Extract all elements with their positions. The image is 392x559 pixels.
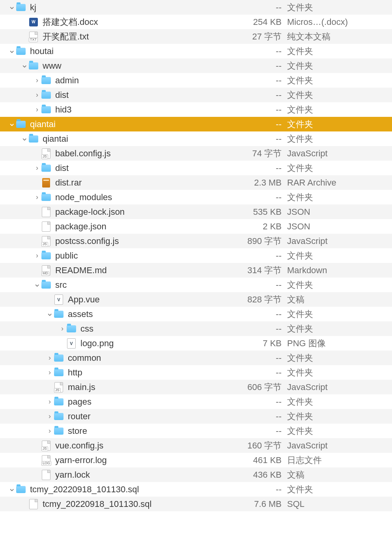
disclosure-down-icon[interactable]: ⌄ [46, 308, 54, 318]
file-size: 436 KB [234, 470, 287, 480]
file-row[interactable]: ›router--文件夹 [0, 409, 392, 424]
file-kind: 文件夹 [287, 323, 392, 335]
file-kind: PNG 图像 [287, 338, 392, 349]
file-name: tcmy_20220918_101130.sql [30, 484, 234, 495]
file-row[interactable]: ⌄tcmy_20220918_101130.sql--文件夹 [0, 482, 392, 497]
file-row[interactable]: ⌄assets--文件夹 [0, 307, 392, 321]
disclosure-right-icon[interactable]: › [33, 105, 41, 114]
file-row[interactable]: ›store--文件夹 [0, 424, 392, 438]
folder-icon [41, 105, 51, 115]
file-kind: 文稿 [287, 469, 392, 481]
file-kind: 文件夹 [287, 396, 392, 408]
file-row[interactable]: ⌄kj--文件夹 [0, 0, 392, 15]
file-size: -- [234, 484, 287, 495]
folder-icon [54, 368, 64, 378]
file-row[interactable]: JSmain.js606 字节JavaScript [0, 380, 392, 394]
file-row[interactable]: ⌄houtai--文件夹 [0, 44, 392, 58]
file-list[interactable]: ⌄kj--文件夹W搭建文档.docx254 KBMicros…(.docx)TX… [0, 0, 392, 511]
disclosure-right-icon[interactable]: › [33, 251, 41, 260]
folder-icon [41, 251, 51, 261]
js-file-icon: JS [41, 148, 51, 159]
file-size: 7 KB [234, 338, 287, 349]
file-row[interactable]: ›admin--文件夹 [0, 73, 392, 88]
file-row[interactable]: JSpostcss.config.js890 字节JavaScript [0, 234, 392, 248]
disclosure-right-icon[interactable]: › [46, 427, 54, 435]
file-row[interactable]: ›pages--文件夹 [0, 394, 392, 409]
file-row[interactable]: ›public--文件夹 [0, 248, 392, 263]
file-row[interactable]: W搭建文档.docx254 KBMicros…(.docx) [0, 15, 392, 29]
file-name: App.vue [68, 295, 234, 305]
file-name: package-lock.json [55, 207, 234, 217]
file-name: http [68, 368, 234, 378]
file-row[interactable]: ⌄src--文件夹 [0, 278, 392, 292]
disclosure-right-icon[interactable]: › [46, 368, 54, 377]
disclosure-right-icon[interactable]: › [33, 164, 41, 172]
disclosure-right-icon[interactable]: › [46, 354, 54, 362]
file-size: -- [234, 309, 287, 319]
file-row[interactable]: package.json2 KBJSON [0, 219, 392, 234]
file-row[interactable]: JSbabel.config.js74 字节JavaScript [0, 146, 392, 161]
archive-icon [41, 178, 51, 188]
disclosure-down-icon[interactable]: ⌄ [21, 60, 28, 70]
file-row[interactable]: JSvue.config.js160 字节JavaScript [0, 438, 392, 453]
disclosure-right-icon[interactable]: › [58, 325, 66, 333]
file-row[interactable]: ›node_modules--文件夹 [0, 190, 392, 204]
disclosure-down-icon[interactable]: ⌄ [8, 1, 16, 11]
file-row[interactable]: ›css--文件夹 [0, 321, 392, 336]
folder-icon [16, 484, 26, 495]
disclosure-down-icon[interactable]: ⌄ [8, 45, 16, 55]
file-size: 314 字节 [234, 264, 287, 276]
disclosure-right-icon[interactable]: › [33, 91, 41, 99]
file-row[interactable]: ⌄qiantai--文件夹 [0, 117, 392, 131]
disclosure-down-icon[interactable]: ⌄ [8, 118, 16, 128]
disclosure-right-icon[interactable]: › [46, 398, 54, 406]
file-size: 535 KB [234, 207, 287, 217]
file-row[interactable]: yarn.lock436 KB文稿 [0, 467, 392, 482]
file-row[interactable]: ›hid3--文件夹 [0, 102, 392, 117]
file-row[interactable]: package-lock.json535 KBJSON [0, 204, 392, 219]
file-row[interactable]: Vlogo.png7 KBPNG 图像 [0, 336, 392, 351]
js-file-icon: JS [54, 382, 64, 392]
file-icon [41, 207, 51, 217]
disclosure-right-icon[interactable]: › [33, 193, 41, 201]
file-name: babel.config.js [55, 148, 234, 159]
file-row[interactable]: ›dist--文件夹 [0, 88, 392, 102]
file-size: 27 字节 [234, 31, 287, 43]
file-kind: SQL [287, 499, 392, 509]
file-kind: 文件夹 [287, 250, 392, 262]
file-row[interactable]: TXT开奖配置.txt27 字节纯文本文稿 [0, 29, 392, 44]
file-row[interactable]: dist.rar2.3 MBRAR Archive [0, 175, 392, 190]
disclosure-down-icon[interactable]: ⌄ [8, 483, 16, 493]
file-kind: 文件夹 [287, 367, 392, 379]
folder-icon [16, 2, 26, 13]
file-name: node_modules [55, 192, 234, 203]
file-size: -- [234, 353, 287, 363]
disclosure-right-icon[interactable]: › [46, 412, 54, 420]
file-row[interactable]: ⌄qiantai--文件夹 [0, 131, 392, 146]
folder-icon [54, 353, 64, 363]
file-row[interactable]: ›common--文件夹 [0, 351, 392, 365]
vue-file-icon: V [54, 295, 64, 305]
disclosure-down-icon[interactable]: ⌄ [33, 279, 41, 289]
folder-icon [54, 397, 64, 407]
file-kind: 文件夹 [287, 425, 392, 437]
disclosure-right-icon[interactable]: › [33, 76, 41, 84]
file-kind: 文稿 [287, 294, 392, 306]
file-row[interactable]: LOGyarn-error.log461 KB日志文件 [0, 453, 392, 467]
word-doc-icon: W [28, 17, 39, 27]
file-kind: JSON [287, 221, 392, 232]
disclosure-down-icon[interactable]: ⌄ [21, 133, 28, 143]
file-size: -- [234, 105, 287, 115]
file-row[interactable]: MDREADME.md314 字节Markdown [0, 263, 392, 278]
file-row[interactable]: ›http--文件夹 [0, 365, 392, 380]
file-row[interactable]: tcmy_20220918_101130.sql7.6 MBSQL [0, 497, 392, 511]
file-kind: 文件夹 [287, 162, 392, 174]
file-kind: 文件夹 [287, 104, 392, 116]
log-file-icon: LOG [41, 455, 51, 465]
file-kind: 文件夹 [287, 75, 392, 86]
file-row[interactable]: ⌄www--文件夹 [0, 58, 392, 73]
js-file-icon: JS [41, 441, 51, 451]
file-kind: 文件夹 [287, 60, 392, 72]
file-row[interactable]: VApp.vue828 字节文稿 [0, 292, 392, 307]
file-row[interactable]: ›dist--文件夹 [0, 161, 392, 175]
